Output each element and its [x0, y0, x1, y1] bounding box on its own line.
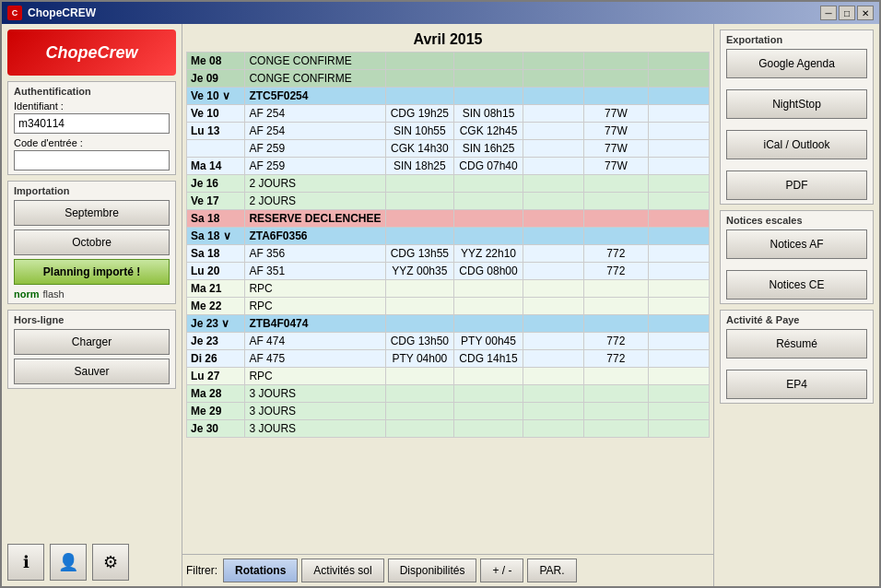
table-cell: Me 22: [187, 298, 245, 315]
table-cell: Je 23: [187, 333, 245, 350]
par-filter-button[interactable]: PAR.: [527, 559, 576, 582]
table-cell: [454, 403, 523, 420]
table-cell: 77W: [584, 140, 649, 158]
user-icon-button[interactable]: 👤: [50, 544, 87, 581]
table-row[interactable]: Me 22RPC: [187, 298, 710, 315]
table-row[interactable]: Me 08CONGE CONFIRME: [187, 53, 710, 70]
table-cell: [648, 385, 709, 403]
table-row[interactable]: Sa 18 ∨ZTA6F0356: [187, 228, 710, 245]
table-cell: SIN 18h25: [385, 158, 454, 175]
table-row[interactable]: Ma 283 JOURS: [187, 385, 710, 403]
notices-section: Notices escales Notices AF Notices CE: [720, 210, 874, 304]
table-row[interactable]: Je 23 ∨ZTB4F0474: [187, 315, 710, 333]
table-cell: [584, 403, 649, 420]
google-agenda-button[interactable]: Google Agenda: [726, 49, 867, 78]
table-cell: [648, 263, 709, 280]
id-input[interactable]: [14, 113, 170, 134]
octobre-button[interactable]: Octobre: [14, 229, 170, 255]
table-cell: [454, 385, 523, 403]
table-cell: [648, 368, 709, 385]
table-cell: Ve 17: [187, 193, 245, 210]
table-cell: CDG 07h40: [454, 158, 523, 175]
table-row[interactable]: AF 259CGK 14h30SIN 16h2577W: [187, 140, 710, 158]
table-cell: AF 254: [245, 123, 385, 140]
table-cell: Sa 18: [187, 210, 245, 228]
import-label: Importation: [14, 185, 170, 196]
table-cell: [385, 403, 454, 420]
table-cell: [523, 175, 583, 193]
table-row[interactable]: Je 09CONGE CONFIRME: [187, 70, 710, 88]
table-cell: [584, 368, 649, 385]
flash-label[interactable]: flash: [43, 288, 65, 300]
table-cell: [584, 193, 649, 210]
table-cell: ZTB4F0474: [245, 315, 385, 333]
table-cell: [454, 228, 523, 245]
table-cell: [385, 368, 454, 385]
table-cell: [385, 420, 454, 438]
table-row[interactable]: Je 23AF 474CDG 13h50PTY 00h45772: [187, 333, 710, 350]
schedule-table-container[interactable]: Me 08CONGE CONFIRMEJe 09CONGE CONFIRMEVe…: [182, 52, 713, 554]
table-cell: [648, 245, 709, 263]
code-label: Code d'entrée :: [14, 137, 170, 148]
table-row[interactable]: Ve 10AF 254CDG 19h25SIN 08h1577W: [187, 105, 710, 123]
table-cell: [454, 368, 523, 385]
table-row[interactable]: Ve 10 ∨ZTC5F0254: [187, 88, 710, 105]
dispo-filter-button[interactable]: Disponibilités: [388, 559, 477, 582]
norm-label[interactable]: norm: [14, 288, 40, 300]
table-cell: [584, 420, 649, 438]
table-cell: RPC: [245, 298, 385, 315]
notices-ce-button[interactable]: Notices CE: [726, 270, 867, 300]
charger-button[interactable]: Charger: [14, 329, 170, 355]
table-row[interactable]: Ma 14AF 259SIN 18h25CDG 07h4077W: [187, 158, 710, 175]
table-row[interactable]: Ma 21RPC: [187, 280, 710, 298]
norm-flash-row: norm flash: [14, 288, 170, 300]
plusminus-filter-button[interactable]: + / -: [480, 559, 523, 582]
table-cell: AF 254: [245, 105, 385, 123]
rotations-filter-button[interactable]: Rotations: [223, 559, 298, 582]
ical-button[interactable]: iCal / Outlook: [726, 130, 867, 159]
ep4-button[interactable]: EP4: [726, 370, 867, 399]
table-cell: [523, 298, 583, 315]
table-row[interactable]: Di 26AF 475PTY 04h00CDG 14h15772: [187, 350, 710, 368]
bottom-icon-bar: ℹ 👤 ⚙: [7, 540, 176, 581]
table-row[interactable]: Je 162 JOURS: [187, 175, 710, 193]
table-cell: [454, 420, 523, 438]
table-cell: ZTC5F0254: [245, 88, 385, 105]
table-row[interactable]: Lu 27RPC: [187, 368, 710, 385]
table-cell: AF 259: [245, 140, 385, 158]
table-row[interactable]: Je 303 JOURS: [187, 420, 710, 438]
table-row[interactable]: Sa 18RESERVE DECLENCHEE: [187, 210, 710, 228]
table-cell: SIN 16h25: [454, 140, 523, 158]
table-cell: SIN 08h15: [454, 105, 523, 123]
notices-af-button[interactable]: Notices AF: [726, 229, 867, 259]
table-cell: Me 08: [187, 53, 245, 70]
nightstop-button[interactable]: NightStop: [726, 89, 867, 119]
table-cell: [523, 105, 583, 123]
pdf-button[interactable]: PDF: [726, 171, 867, 200]
export-title: Exportation: [726, 34, 867, 45]
activites-filter-button[interactable]: Activités sol: [301, 559, 383, 582]
septembre-button[interactable]: Septembre: [14, 200, 170, 226]
minimize-button[interactable]: ─: [820, 6, 837, 20]
table-cell: [523, 123, 583, 140]
table-row[interactable]: Sa 18AF 356CDG 13h55YYZ 22h10772: [187, 245, 710, 263]
planning-importe-button[interactable]: Planning importé !: [14, 259, 170, 285]
table-row[interactable]: Me 293 JOURS: [187, 403, 710, 420]
table-cell: Lu 13: [187, 123, 245, 140]
table-cell: [584, 280, 649, 298]
table-row[interactable]: Lu 13AF 254SIN 10h55CGK 12h4577W: [187, 123, 710, 140]
table-cell: [648, 403, 709, 420]
table-cell: [454, 70, 523, 88]
table-row[interactable]: Ve 172 JOURS: [187, 193, 710, 210]
settings-icon-button[interactable]: ⚙: [92, 544, 129, 581]
table-row[interactable]: Lu 20AF 351YYZ 00h35CDG 08h00772: [187, 263, 710, 280]
maximize-button[interactable]: □: [839, 6, 855, 20]
code-input[interactable]: [14, 150, 170, 171]
table-cell: 772: [584, 333, 649, 350]
table-cell: YYZ 00h35: [385, 263, 454, 280]
table-cell: CDG 08h00: [454, 263, 523, 280]
resume-button[interactable]: Résumé: [726, 329, 867, 359]
sauver-button[interactable]: Sauver: [14, 359, 170, 384]
info-icon-button[interactable]: ℹ: [7, 544, 44, 581]
close-button[interactable]: ✕: [857, 6, 874, 20]
